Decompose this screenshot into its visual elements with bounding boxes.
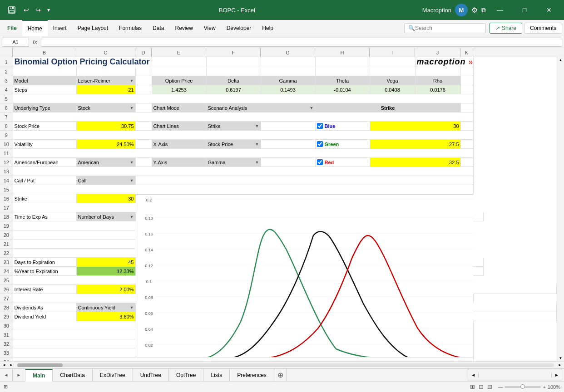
- search-input[interactable]: [415, 25, 479, 31]
- restore-icon[interactable]: ⧉: [481, 6, 486, 14]
- tab-exdivtree[interactable]: ExDivTree: [93, 369, 133, 382]
- tab-data[interactable]: Data: [147, 20, 169, 36]
- tab-help[interactable]: Help: [257, 20, 279, 36]
- cell-F10[interactable]: Stock Price ▼: [206, 140, 261, 149]
- col-header-B[interactable]: B: [13, 48, 76, 57]
- model-dropdown-arrow[interactable]: ▼: [130, 78, 134, 83]
- tab-page-layout[interactable]: Page Layout: [72, 20, 114, 36]
- h-scrollbar-track[interactable]: [17, 363, 554, 367]
- tab-review[interactable]: Review: [169, 20, 198, 36]
- sheet-nav-right[interactable]: ►: [551, 372, 562, 377]
- cell-H12[interactable]: Red: [315, 158, 370, 167]
- cell-C10[interactable]: 24.50%: [76, 140, 135, 149]
- am-eu-dropdown-arrow[interactable]: ▼: [130, 160, 134, 165]
- tab-chartdata[interactable]: ChartData: [53, 369, 93, 382]
- user-avatar[interactable]: M: [455, 4, 468, 16]
- col-header-G[interactable]: G: [261, 48, 315, 57]
- undo-icon[interactable]: ↩: [22, 6, 31, 14]
- cell-C6[interactable]: Stock ▼: [76, 103, 135, 113]
- tab-formulas[interactable]: Formulas: [114, 20, 147, 36]
- redo-icon[interactable]: ↪: [34, 6, 43, 14]
- chart-lines-dropdown-arrow[interactable]: ▼: [255, 124, 259, 128]
- callput-dropdown-arrow[interactable]: ▼: [130, 178, 134, 183]
- col-header-K[interactable]: K: [460, 48, 473, 57]
- tab-opttree[interactable]: OptTree: [169, 369, 204, 382]
- cell-C28[interactable]: Continuous Yield ▼: [76, 303, 135, 312]
- chart-mode-dropdown-arrow[interactable]: ▼: [310, 106, 314, 110]
- col-header-H[interactable]: H: [315, 48, 370, 57]
- cell-F6[interactable]: Scenario Analysis ▼: [206, 103, 315, 113]
- col-header-E[interactable]: E: [152, 48, 206, 57]
- sheet-nav-left[interactable]: ◄: [468, 372, 479, 377]
- formula-input[interactable]: [41, 38, 562, 47]
- zoom-slider-track[interactable]: [505, 386, 541, 388]
- zoom-in-button[interactable]: +: [543, 384, 545, 390]
- cell-C3[interactable]: Leisen-Reimer ▼: [76, 76, 135, 85]
- cell-C8[interactable]: 30.75: [76, 122, 135, 131]
- col-header-F[interactable]: F: [206, 48, 261, 57]
- h-scrollbar-thumb[interactable]: [17, 363, 63, 367]
- scroll-down-arrow[interactable]: ▼: [558, 355, 564, 361]
- zoom-slider-thumb[interactable]: [520, 384, 525, 389]
- scroll-up-arrow[interactable]: ▲: [558, 57, 564, 63]
- cell-F8[interactable]: Strike ▼: [206, 122, 261, 131]
- underlying-dropdown-arrow[interactable]: ▼: [130, 106, 134, 110]
- settings-icon[interactable]: ⚙: [471, 6, 478, 15]
- tab-main[interactable]: Main: [25, 369, 53, 382]
- tab-preferences[interactable]: Preferences: [230, 369, 274, 382]
- zoom-control[interactable]: — + 100%: [498, 384, 560, 390]
- cell-reference[interactable]: [2, 38, 29, 47]
- col-header-D[interactable]: D: [135, 48, 152, 57]
- save-icon[interactable]: [5, 3, 19, 17]
- time-dropdown-arrow[interactable]: ▼: [130, 215, 134, 219]
- share-button[interactable]: ↗ Share: [490, 23, 522, 34]
- col-header-J[interactable]: J: [415, 48, 460, 57]
- tab-view[interactable]: View: [198, 20, 221, 36]
- scroll-right-arrow2[interactable]: ►: [557, 363, 563, 367]
- minimize-button[interactable]: —: [490, 0, 510, 20]
- cell-C23[interactable]: 45: [76, 258, 135, 267]
- comments-button[interactable]: Comments: [524, 23, 562, 34]
- close-button[interactable]: ✕: [539, 0, 559, 20]
- cell-H10[interactable]: Green: [315, 140, 370, 149]
- col-header-I[interactable]: I: [370, 48, 415, 57]
- normal-view-icon[interactable]: ⊞: [470, 383, 475, 390]
- cell-C14[interactable]: Call ▼: [76, 176, 135, 185]
- maximize-button[interactable]: □: [514, 0, 535, 20]
- cell-C12[interactable]: American ▼: [76, 158, 135, 167]
- tab-insert[interactable]: Insert: [48, 20, 72, 36]
- dividends-dropdown-arrow[interactable]: ▼: [130, 305, 134, 310]
- scroll-right-arrow[interactable]: ►: [8, 363, 15, 367]
- xaxis-dropdown-arrow[interactable]: ▼: [255, 142, 259, 147]
- cell-C29[interactable]: 3.60%: [76, 312, 135, 321]
- tab-lists[interactable]: Lists: [203, 369, 230, 382]
- tab-file[interactable]: File: [2, 20, 22, 36]
- red-checkbox[interactable]: [317, 159, 323, 165]
- cell-C16[interactable]: 30: [76, 194, 135, 203]
- tabs-next-arrow[interactable]: ►: [13, 369, 25, 381]
- cell-H8[interactable]: Blue: [315, 122, 370, 131]
- quick-access-icon[interactable]: ▾: [45, 7, 52, 13]
- green-checkbox[interactable]: [317, 141, 323, 147]
- col-header-C[interactable]: C: [76, 48, 135, 57]
- search-area[interactable]: 🔍: [404, 23, 486, 33]
- cell-C26[interactable]: 2.00%: [76, 285, 135, 294]
- cell-B1[interactable]: Binomial Option Pricing Calculator: [13, 57, 152, 67]
- tab-home[interactable]: Home: [22, 20, 48, 36]
- tab-developer[interactable]: Developer: [221, 20, 257, 36]
- cell-C18[interactable]: Number of Days ▼: [76, 212, 135, 221]
- cell-F12[interactable]: Gamma ▼: [206, 158, 261, 167]
- cell-C4[interactable]: 21: [76, 85, 135, 94]
- cell-I12[interactable]: 32.5: [370, 158, 460, 167]
- vertical-scrollbar[interactable]: ▲ ▼: [557, 57, 564, 361]
- cell-I10[interactable]: 27.5: [370, 140, 460, 149]
- add-sheet-button[interactable]: ⊕: [274, 369, 287, 381]
- blue-checkbox[interactable]: [317, 123, 323, 129]
- cell-I8[interactable]: 30: [370, 122, 460, 131]
- tab-undtree[interactable]: UndTree: [133, 369, 169, 382]
- yaxis-dropdown-arrow[interactable]: ▼: [255, 160, 259, 165]
- tabs-prev-arrow[interactable]: ◄: [0, 369, 13, 381]
- page-layout-icon[interactable]: ⊡: [479, 383, 484, 390]
- page-break-icon[interactable]: ⊟: [487, 383, 492, 390]
- zoom-out-button[interactable]: —: [498, 384, 503, 390]
